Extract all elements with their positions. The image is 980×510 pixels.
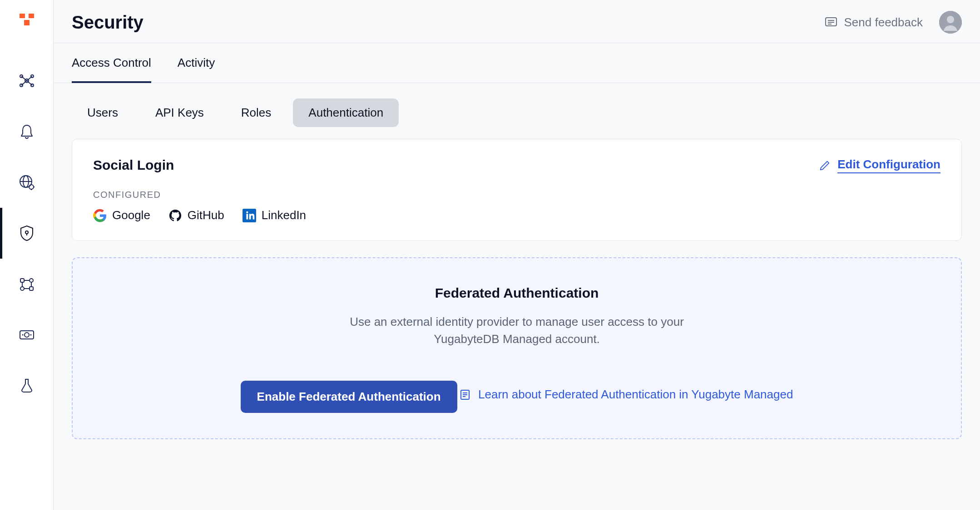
provider-google: Google xyxy=(93,208,150,222)
svg-line-8 xyxy=(27,81,32,85)
nav-billing[interactable] xyxy=(0,309,54,360)
tab-access-control[interactable]: Access Control xyxy=(72,43,151,83)
svg-point-25 xyxy=(22,334,23,336)
edit-configuration-label: Edit Configuration xyxy=(837,157,940,173)
user-avatar[interactable] xyxy=(939,11,962,34)
subtab-label: Authentication xyxy=(308,106,383,119)
svg-point-24 xyxy=(25,333,29,337)
doc-icon xyxy=(459,389,471,401)
top-tabs: Access Control Activity xyxy=(54,43,980,83)
nav-clusters[interactable] xyxy=(0,55,54,106)
github-icon xyxy=(168,209,182,222)
main-content: Security Send feedback Access Control Ac… xyxy=(54,0,980,510)
providers-list: Google GitHub LinkedIn xyxy=(93,208,940,222)
shield-lock-icon xyxy=(18,224,36,242)
provider-label: LinkedIn xyxy=(262,208,306,222)
edit-configuration-button[interactable]: Edit Configuration xyxy=(818,157,940,173)
subtab-label: Roles xyxy=(241,106,271,119)
pencil-icon xyxy=(818,159,831,172)
tab-activity[interactable]: Activity xyxy=(178,43,215,83)
bell-icon xyxy=(18,123,36,141)
tab-label: Activity xyxy=(178,56,215,69)
svg-point-32 xyxy=(947,16,954,23)
subtab-users[interactable]: Users xyxy=(72,98,134,127)
send-feedback-label: Send feedback xyxy=(844,15,923,29)
learn-federated-link[interactable]: Learn about Federated Authentication in … xyxy=(459,387,793,402)
federated-description: Use an external identity provider to man… xyxy=(344,314,689,348)
globe-settings-icon xyxy=(18,173,36,191)
avatar-icon xyxy=(939,11,962,34)
subtab-api-keys[interactable]: API Keys xyxy=(140,98,219,127)
nav-integrations[interactable] xyxy=(0,259,54,309)
enable-federated-button[interactable]: Enable Federated Authentication xyxy=(241,381,457,413)
provider-label: GitHub xyxy=(188,208,224,222)
svg-rect-19 xyxy=(20,279,24,282)
flask-icon xyxy=(18,377,36,395)
header-actions: Send feedback xyxy=(824,11,962,34)
provider-label: Google xyxy=(112,208,150,222)
page-header: Security Send feedback xyxy=(54,11,980,43)
svg-point-12 xyxy=(29,185,34,189)
tab-content: Social Login Edit Configuration CONFIGUR… xyxy=(54,139,980,457)
nav-alerts[interactable] xyxy=(0,106,54,157)
provider-github: GitHub xyxy=(168,208,224,222)
svg-point-20 xyxy=(30,279,33,282)
nav-network[interactable] xyxy=(0,157,54,208)
provider-linkedin: LinkedIn xyxy=(243,208,306,222)
subtab-authentication[interactable]: Authentication xyxy=(293,98,399,127)
subtab-label: API Keys xyxy=(155,106,204,119)
learn-federated-label: Learn about Federated Authentication in … xyxy=(478,387,793,402)
sidebar xyxy=(0,0,54,510)
panel-header: Social Login Edit Configuration xyxy=(93,157,940,173)
configured-label: CONFIGURED xyxy=(93,190,940,200)
svg-point-21 xyxy=(20,287,24,290)
graph-icon xyxy=(18,72,36,90)
sub-tabs: Users API Keys Roles Authentication xyxy=(54,83,980,139)
tab-label: Access Control xyxy=(72,56,151,69)
linkedin-icon xyxy=(243,209,256,222)
workflow-icon xyxy=(18,275,36,293)
svg-line-6 xyxy=(27,76,32,81)
page-title: Security xyxy=(72,12,144,33)
money-icon xyxy=(18,326,36,344)
nav-labs[interactable] xyxy=(0,360,54,411)
federated-auth-panel: Federated Authentication Use an external… xyxy=(72,257,962,439)
svg-rect-22 xyxy=(30,287,33,290)
social-login-panel: Social Login Edit Configuration CONFIGUR… xyxy=(72,139,962,241)
google-icon xyxy=(93,209,107,222)
social-login-title: Social Login xyxy=(93,157,174,173)
logo xyxy=(17,11,37,33)
subtab-label: Users xyxy=(87,106,118,119)
federated-title: Federated Authentication xyxy=(91,285,943,301)
svg-point-17 xyxy=(25,231,28,234)
svg-point-26 xyxy=(30,334,31,336)
svg-line-5 xyxy=(21,76,27,81)
nav-security[interactable] xyxy=(0,208,54,259)
send-feedback-button[interactable]: Send feedback xyxy=(824,15,923,29)
svg-line-7 xyxy=(21,81,27,85)
subtab-roles[interactable]: Roles xyxy=(226,98,287,127)
feedback-icon xyxy=(824,15,838,29)
